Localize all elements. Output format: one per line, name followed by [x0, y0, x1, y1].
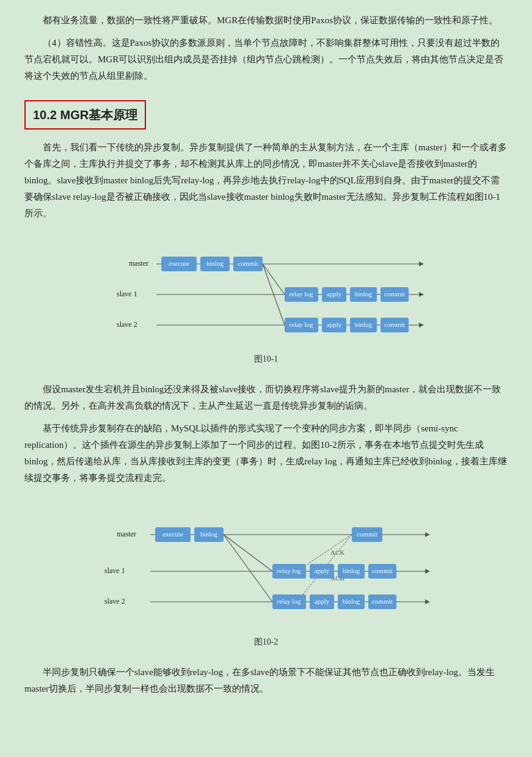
slave1-label-2: slave 1 — [104, 566, 125, 575]
intro-para-2: （4）容错性高。这是Paxos协议的多数派原则，当单个节点故障时，不影响集群整体… — [24, 35, 508, 84]
diagram2-caption: 图10-2 — [254, 634, 279, 649]
slave2-arrow-2 — [425, 599, 430, 604]
ack-label-1: ACK — [330, 549, 344, 556]
page-content: 都有业务流量，数据的一致性将严重破坏。MGR在传输数据时使用Paxos协议，保证… — [24, 12, 508, 697]
m2-branch-slave1 — [224, 535, 272, 571]
svg-text:relay log: relay log — [289, 290, 313, 298]
diagram1-svg: master execute binlog commit slave 1 — [95, 236, 437, 346]
svg-text:relay log: relay log — [277, 567, 301, 574]
master-label-1: master — [129, 259, 148, 268]
svg-text:commit: commit — [384, 321, 405, 328]
master-label-2: master — [117, 530, 136, 538]
diagram1-caption: 图10-1 — [254, 351, 279, 367]
svg-text:commit: commit — [372, 598, 393, 605]
body-para-4: 半同步复制只确保一个slave能够收到relay-log，在多slave的场景下… — [24, 664, 508, 697]
svg-text:relay log: relay log — [289, 321, 313, 328]
svg-text:execute: execute — [169, 260, 189, 267]
svg-text:binlog: binlog — [354, 290, 372, 298]
m2-branch-slave2 — [224, 535, 272, 602]
svg-text:commit: commit — [384, 290, 405, 298]
master-arrow-2 — [425, 532, 430, 537]
body-para-1: 首先，我们看一下传统的异步复制。异步复制提供了一种简单的主从复制方法，在一个主库… — [24, 139, 508, 222]
body-para-3: 基于传统异步复制存在的缺陷，MySQL以插件的形式实现了一个变种的同步方案，即半… — [24, 420, 508, 486]
svg-text:commit: commit — [238, 260, 258, 267]
svg-text:binlog: binlog — [342, 567, 360, 574]
section-heading: 10.2 MGR基本原理 — [24, 90, 508, 139]
diagram1-container: master execute binlog commit slave 1 — [24, 236, 508, 376]
diagram2-svg: master execute binlog commit ACK ACK sla — [89, 501, 443, 629]
branch-to-slave1 — [263, 264, 285, 294]
svg-text:apply: apply — [314, 598, 329, 605]
slave2-label-2: slave 2 — [104, 597, 125, 605]
master-arrow-1 — [419, 261, 424, 266]
intro-para-1: 都有业务流量，数据的一致性将严重破坏。MGR在传输数据时使用Paxos协议，保证… — [24, 12, 508, 29]
svg-text:commit: commit — [372, 567, 393, 574]
svg-text:apply: apply — [314, 567, 329, 574]
slave2-arrow-1 — [419, 323, 424, 327]
body-para-2: 假设master发生宕机并且binlog还没来得及被slave接收，而切换程序将… — [24, 381, 508, 414]
svg-text:binlog: binlog — [200, 530, 217, 538]
svg-text:relay log: relay log — [277, 598, 301, 605]
svg-text:apply: apply — [326, 321, 341, 328]
slave1-arrow-1 — [419, 292, 424, 297]
svg-text:execute: execute — [162, 530, 183, 538]
svg-text:binlog: binlog — [206, 260, 224, 267]
slave1-label-1: slave 1 — [117, 290, 137, 298]
diagram2-container: master execute binlog commit ACK ACK sla — [24, 501, 508, 659]
slave1-arrow-2 — [425, 569, 430, 574]
svg-text:binlog: binlog — [354, 321, 372, 328]
svg-text:binlog: binlog — [342, 598, 360, 605]
svg-text:commit: commit — [357, 530, 377, 538]
svg-text:apply: apply — [326, 290, 341, 298]
slave2-label-1: slave 2 — [117, 320, 137, 329]
